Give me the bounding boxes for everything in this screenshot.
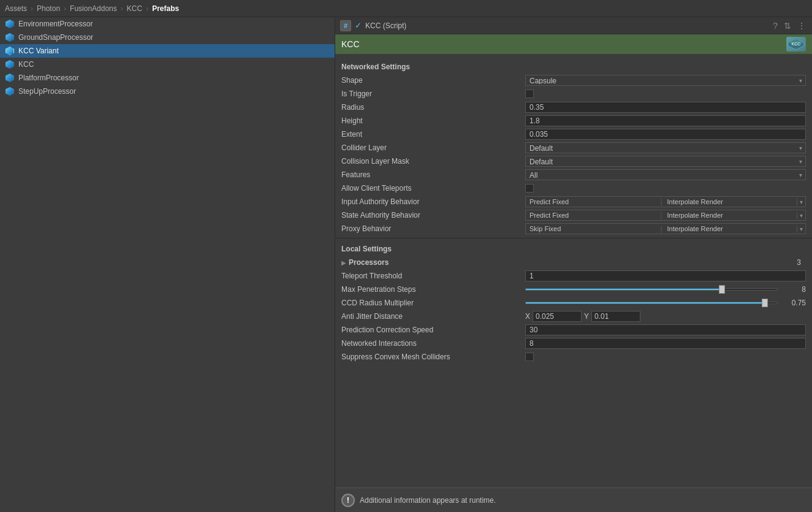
field-row-radius: Radius	[335, 101, 812, 114]
allow-client-teleports-checkbox[interactable]	[525, 184, 534, 193]
input-authority-behavior-control[interactable]: Predict Fixed | Interpolate Render ▾	[525, 196, 806, 207]
field-label-radius: Radius	[341, 103, 525, 112]
proxy-behavior-control[interactable]: Skip Fixed | Interpolate Render ▾	[525, 223, 806, 234]
field-row-shape: Shape Capsule	[335, 74, 812, 87]
breadcrumb-photon[interactable]: Photon	[37, 4, 60, 13]
field-row-teleport-threshold: Teleport Threshold	[335, 269, 812, 283]
ccd-radius-multiplier-thumb[interactable]	[762, 299, 768, 307]
field-value-proxy-behavior: Skip Fixed | Interpolate Render ▾	[525, 223, 806, 234]
is-trigger-checkbox[interactable]	[525, 90, 534, 98]
state-authority-behavior-control[interactable]: Predict Fixed | Interpolate Render ▾	[525, 210, 806, 221]
tree-label-kcc-variant: KCC Variant	[18, 47, 59, 55]
collision-layer-mask-dropdown[interactable]: Default	[525, 156, 806, 167]
field-row-input-authority-behavior: Input Authority Behavior Predict Fixed |…	[335, 195, 812, 208]
collider-layer-dropdown[interactable]: Default	[525, 142, 806, 153]
height-input[interactable]	[525, 115, 806, 126]
tree-item-step-up-processor[interactable]: StepUpProcessor	[0, 85, 335, 98]
radius-input[interactable]	[525, 102, 806, 113]
ccd-radius-multiplier-slider-container: 0.75	[525, 299, 806, 307]
anti-jitter-x-label: X	[525, 312, 530, 321]
sep3: ›	[121, 4, 123, 13]
field-row-networked-interactions: Networked Interactions	[335, 337, 812, 350]
state-authority-arrow: ▾	[797, 212, 805, 219]
ccd-radius-multiplier-value: 0.75	[781, 299, 806, 307]
breadcrumb-prefabs[interactable]: Prefabs	[152, 4, 179, 13]
breadcrumb-fusionaddons[interactable]: FusionAddons	[70, 4, 117, 13]
field-row-ccd-radius-multiplier: CCD Radius Multiplier 0.75	[335, 296, 812, 310]
max-penetration-steps-track[interactable]	[525, 288, 778, 291]
field-label-networked-interactions: Networked Interactions	[341, 339, 525, 348]
breadcrumb-kcc[interactable]: KCC	[127, 4, 142, 13]
check-icon[interactable]: ✓	[355, 21, 362, 30]
field-label-teleport-threshold: Teleport Threshold	[341, 272, 525, 280]
tree-label-ground-snap-processor: GroundSnapProcessor	[18, 33, 93, 42]
local-settings-header: Local Settings	[335, 241, 812, 256]
anti-jitter-x-input[interactable]	[533, 311, 582, 322]
prediction-correction-speed-input[interactable]	[525, 324, 806, 335]
kcc-title-bar: KCC KCC	[335, 34, 812, 54]
field-value-suppress-convex-mesh-colliders	[525, 353, 806, 361]
right-panel-header: # ✓ KCC (Script) ? ⇅ ⋮	[335, 17, 812, 34]
processors-count: 3	[797, 258, 801, 267]
field-label-input-authority-behavior: Input Authority Behavior	[341, 197, 525, 206]
breadcrumb-assets[interactable]: Assets	[5, 4, 27, 13]
field-label-suppress-convex-mesh-colliders: Suppress Convex Mesh Colliders	[341, 353, 525, 361]
field-row-features: Features All	[335, 168, 812, 181]
processors-row[interactable]: ▶ Processors 3	[335, 256, 812, 269]
layout-button[interactable]: ⇅	[783, 20, 792, 32]
processors-label: Processors	[349, 258, 797, 267]
field-row-height: Height	[335, 114, 812, 128]
proxy-sep: |	[659, 224, 663, 233]
section-divider	[335, 238, 812, 239]
cube-icon-stepup	[5, 86, 15, 96]
state-authority-sep: |	[659, 211, 663, 220]
tree-item-environment-processor[interactable]: EnvironmentProcessor	[0, 17, 335, 31]
field-value-collision-layer-mask: Default	[525, 156, 806, 167]
field-row-proxy-behavior: Proxy Behavior Skip Fixed | Interpolate …	[335, 222, 812, 235]
tree-item-kcc-variant[interactable]: KCC Variant	[0, 44, 335, 58]
field-label-anti-jitter-distance: Anti Jitter Distance	[341, 312, 525, 321]
tree-item-platform-processor[interactable]: PlatformProcessor	[0, 71, 335, 85]
tree-item-kcc[interactable]: KCC	[0, 58, 335, 71]
help-button[interactable]: ?	[772, 20, 779, 32]
field-value-collider-layer: Default	[525, 142, 806, 153]
networked-settings-header: Networked Settings	[335, 59, 812, 74]
field-label-max-penetration-steps: Max Penetration Steps	[341, 285, 525, 294]
tree-item-ground-snap-processor[interactable]: GroundSnapProcessor	[0, 31, 335, 44]
shape-dropdown[interactable]: Capsule	[525, 75, 806, 86]
cube-icon-kcc-variant	[5, 46, 15, 56]
inspector-content: Networked Settings Shape Capsule Is Trig…	[335, 54, 812, 487]
field-label-collider-layer: Collider Layer	[341, 143, 525, 152]
field-value-is-trigger	[525, 90, 806, 98]
input-authority-part2: Interpolate Render	[664, 197, 797, 207]
main-layout: EnvironmentProcessor GroundSnapProcessor…	[0, 17, 812, 512]
teleport-threshold-input[interactable]	[525, 270, 806, 281]
networked-interactions-input[interactable]	[525, 338, 806, 349]
info-bar: ! Additional information appears at runt…	[335, 487, 812, 512]
extent-input[interactable]	[525, 129, 806, 140]
tree-label-platform-processor: PlatformProcessor	[18, 74, 79, 82]
ccd-radius-multiplier-fill	[526, 302, 765, 304]
field-row-extent: Extent	[335, 128, 812, 141]
field-value-networked-interactions	[525, 338, 806, 349]
cube-icon-kcc	[5, 59, 15, 69]
state-authority-part2: Interpolate Render	[664, 210, 797, 220]
max-penetration-steps-thumb[interactable]	[719, 285, 725, 294]
cube-icon-environment	[5, 19, 15, 29]
field-row-allow-client-teleports: Allow Client Teleports	[335, 181, 812, 195]
anti-jitter-y-input[interactable]	[591, 311, 640, 322]
anti-jitter-y-label: Y	[584, 312, 589, 321]
ccd-radius-multiplier-track[interactable]	[525, 302, 778, 304]
field-label-extent: Extent	[341, 130, 525, 139]
right-panel: # ✓ KCC (Script) ? ⇅ ⋮ KCC KCC Networked…	[335, 17, 812, 512]
field-row-prediction-correction-speed: Prediction Correction Speed	[335, 323, 812, 337]
more-button[interactable]: ⋮	[796, 20, 807, 32]
left-panel: EnvironmentProcessor GroundSnapProcessor…	[0, 17, 335, 512]
shape-dropdown-wrapper: Capsule	[525, 75, 806, 86]
field-label-allow-client-teleports: Allow Client Teleports	[341, 184, 525, 193]
field-row-state-authority-behavior: State Authority Behavior Predict Fixed |…	[335, 208, 812, 222]
proxy-part1: Skip Fixed	[526, 224, 659, 234]
suppress-convex-mesh-colliders-checkbox[interactable]	[525, 353, 534, 361]
features-dropdown[interactable]: All	[525, 169, 806, 180]
field-value-max-penetration-steps: 8	[525, 285, 806, 294]
